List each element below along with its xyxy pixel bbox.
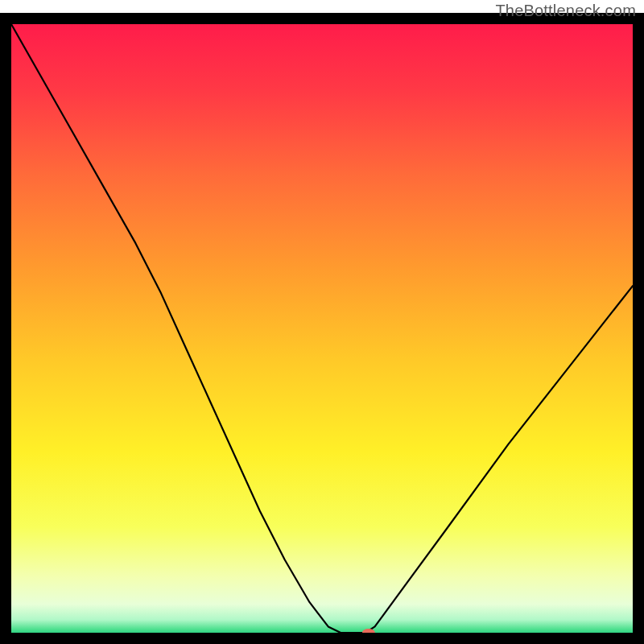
bottleneck-chart: TheBottleneck.com — [0, 0, 644, 644]
chart-svg — [0, 0, 644, 644]
plot-background — [6, 19, 638, 638]
watermark-text: TheBottleneck.com — [495, 2, 636, 20]
